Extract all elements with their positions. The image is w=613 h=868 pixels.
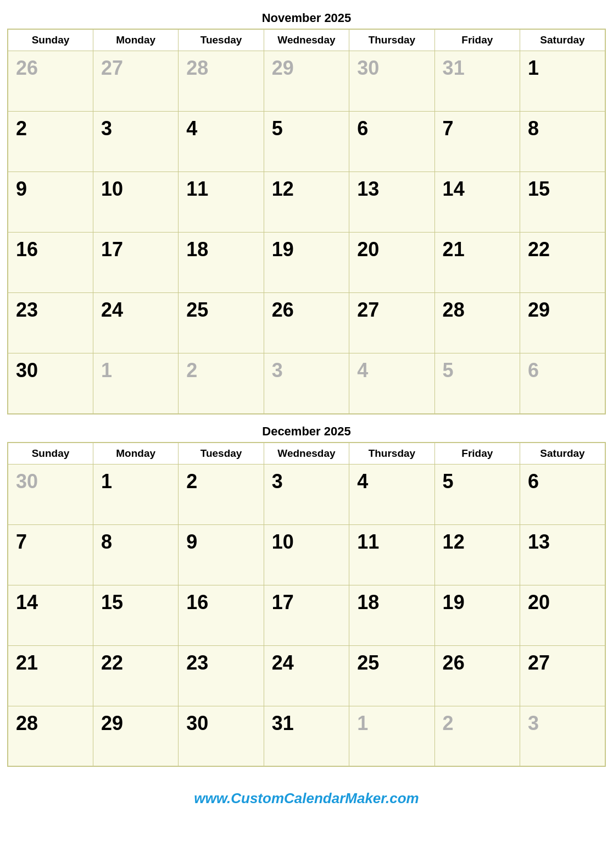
- day-cell[interactable]: 20: [349, 233, 434, 293]
- day-cell[interactable]: 2: [179, 353, 264, 414]
- day-cell[interactable]: 5: [434, 353, 520, 414]
- day-cell[interactable]: 11: [349, 524, 434, 585]
- header-sunday: Sunday: [8, 29, 93, 51]
- day-cell[interactable]: 24: [93, 293, 178, 353]
- day-cell[interactable]: 21: [8, 645, 93, 706]
- day-cell[interactable]: 13: [520, 524, 605, 585]
- week-row-2: 9101112131415: [8, 172, 605, 233]
- day-cell[interactable]: 23: [179, 645, 264, 706]
- day-cell[interactable]: 14: [434, 172, 520, 233]
- day-cell[interactable]: 6: [520, 353, 605, 414]
- week-row-4: 28293031123: [8, 706, 605, 766]
- day-cell[interactable]: 10: [93, 172, 178, 233]
- day-cell[interactable]: 1: [93, 353, 178, 414]
- day-cell[interactable]: 3: [93, 112, 178, 172]
- day-cell[interactable]: 13: [349, 172, 434, 233]
- day-cell[interactable]: 7: [434, 112, 520, 172]
- day-cell[interactable]: 27: [520, 645, 605, 706]
- day-cell[interactable]: 20: [520, 585, 605, 645]
- december-calendar: December 2025 SundayMondayTuesdayWednesd…: [7, 424, 606, 767]
- day-cell[interactable]: 24: [264, 645, 349, 706]
- day-cell[interactable]: 25: [179, 293, 264, 353]
- day-cell[interactable]: 4: [349, 464, 434, 524]
- day-cell[interactable]: 28: [434, 293, 520, 353]
- header-monday: Monday: [93, 29, 178, 51]
- header-tuesday: Tuesday: [179, 29, 264, 51]
- day-cell[interactable]: 4: [349, 353, 434, 414]
- day-cell[interactable]: 27: [349, 293, 434, 353]
- day-cell[interactable]: 8: [93, 524, 178, 585]
- day-cell[interactable]: 8: [520, 112, 605, 172]
- day-cell[interactable]: 2: [8, 112, 93, 172]
- day-cell[interactable]: 6: [349, 112, 434, 172]
- header-thursday: Thursday: [349, 29, 434, 51]
- day-cell[interactable]: 12: [434, 524, 520, 585]
- header-wednesday: Wednesday: [264, 29, 349, 51]
- header-friday: Friday: [434, 443, 520, 465]
- day-cell[interactable]: 23: [8, 293, 93, 353]
- day-cell[interactable]: 17: [264, 585, 349, 645]
- day-cell[interactable]: 3: [264, 464, 349, 524]
- day-cell[interactable]: 16: [179, 585, 264, 645]
- day-cell[interactable]: 26: [8, 51, 93, 112]
- day-cell[interactable]: 22: [520, 233, 605, 293]
- day-cell[interactable]: 4: [179, 112, 264, 172]
- december-title: December 2025: [7, 424, 606, 439]
- day-cell[interactable]: 9: [179, 524, 264, 585]
- week-row-1: 2345678: [8, 112, 605, 172]
- day-cell[interactable]: 7: [8, 524, 93, 585]
- day-cell[interactable]: 30: [349, 51, 434, 112]
- day-cell[interactable]: 3: [264, 353, 349, 414]
- week-row-1: 78910111213: [8, 524, 605, 585]
- day-cell[interactable]: 2: [434, 706, 520, 766]
- november-calendar: November 2025 SundayMondayTuesdayWednesd…: [7, 11, 606, 414]
- day-cell[interactable]: 28: [179, 51, 264, 112]
- day-cell[interactable]: 30: [8, 353, 93, 414]
- day-cell[interactable]: 28: [8, 706, 93, 766]
- day-cell[interactable]: 21: [434, 233, 520, 293]
- day-cell[interactable]: 3: [520, 706, 605, 766]
- day-cell[interactable]: 25: [349, 645, 434, 706]
- header-tuesday: Tuesday: [179, 443, 264, 465]
- december-table: SundayMondayTuesdayWednesdayThursdayFrid…: [7, 442, 606, 767]
- day-cell[interactable]: 2: [179, 464, 264, 524]
- november-header-row: SundayMondayTuesdayWednesdayThursdayFrid…: [8, 29, 605, 51]
- day-cell[interactable]: 14: [8, 585, 93, 645]
- day-cell[interactable]: 5: [264, 112, 349, 172]
- day-cell[interactable]: 5: [434, 464, 520, 524]
- header-saturday: Saturday: [520, 29, 605, 51]
- day-cell[interactable]: 1: [520, 51, 605, 112]
- day-cell[interactable]: 29: [520, 293, 605, 353]
- day-cell[interactable]: 11: [179, 172, 264, 233]
- day-cell[interactable]: 15: [520, 172, 605, 233]
- day-cell[interactable]: 22: [93, 645, 178, 706]
- day-cell[interactable]: 17: [93, 233, 178, 293]
- day-cell[interactable]: 31: [434, 51, 520, 112]
- day-cell[interactable]: 29: [264, 51, 349, 112]
- day-cell[interactable]: 9: [8, 172, 93, 233]
- day-cell[interactable]: 1: [349, 706, 434, 766]
- day-cell[interactable]: 30: [179, 706, 264, 766]
- day-cell[interactable]: 26: [434, 645, 520, 706]
- day-cell[interactable]: 1: [93, 464, 178, 524]
- day-cell[interactable]: 19: [434, 585, 520, 645]
- day-cell[interactable]: 27: [93, 51, 178, 112]
- day-cell[interactable]: 16: [8, 233, 93, 293]
- week-row-3: 21222324252627: [8, 645, 605, 706]
- footer-url[interactable]: www.CustomCalendarMaker.com: [194, 790, 419, 807]
- day-cell[interactable]: 15: [93, 585, 178, 645]
- day-cell[interactable]: 31: [264, 706, 349, 766]
- day-cell[interactable]: 26: [264, 293, 349, 353]
- day-cell[interactable]: 19: [264, 233, 349, 293]
- day-cell[interactable]: 6: [520, 464, 605, 524]
- day-cell[interactable]: 29: [93, 706, 178, 766]
- day-cell[interactable]: 10: [264, 524, 349, 585]
- header-sunday: Sunday: [8, 443, 93, 465]
- header-friday: Friday: [434, 29, 520, 51]
- day-cell[interactable]: 12: [264, 172, 349, 233]
- day-cell[interactable]: 18: [349, 585, 434, 645]
- day-cell[interactable]: 30: [8, 464, 93, 524]
- header-thursday: Thursday: [349, 443, 434, 465]
- week-row-2: 14151617181920: [8, 585, 605, 645]
- day-cell[interactable]: 18: [179, 233, 264, 293]
